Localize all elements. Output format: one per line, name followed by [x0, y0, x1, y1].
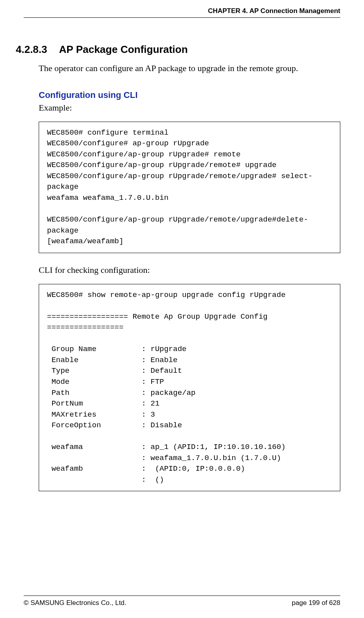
cli-code-block-2: WEC8500# show remote-ap-group upgrade co…: [39, 284, 340, 492]
section-number: 4.2.8.3: [16, 43, 47, 56]
section-intro: The operator can configure an AP package…: [39, 63, 340, 74]
page-footer: © SAMSUNG Electronics Co., Ltd. page 199…: [24, 595, 340, 607]
footer-copyright: © SAMSUNG Electronics Co., Ltd.: [24, 599, 126, 607]
chapter-label: CHAPTER 4. AP Connection Management: [208, 7, 340, 15]
section-heading: 4.2.8.3AP Package Configuration: [16, 43, 340, 56]
example-label: Example:: [39, 103, 340, 113]
section-title: AP Package Configuration: [59, 43, 188, 55]
cli-heading: Configuration using CLI: [39, 90, 340, 100]
page-content: 4.2.8.3AP Package Configuration The oper…: [16, 43, 340, 503]
cli-check-label: CLI for checking configuration:: [39, 265, 340, 275]
footer-page-number: page 199 of 628: [292, 599, 340, 607]
cli-code-block-1: WEC8500# configure terminal WEC8500/conf…: [39, 122, 340, 253]
page-header: CHAPTER 4. AP Connection Management: [24, 7, 340, 18]
